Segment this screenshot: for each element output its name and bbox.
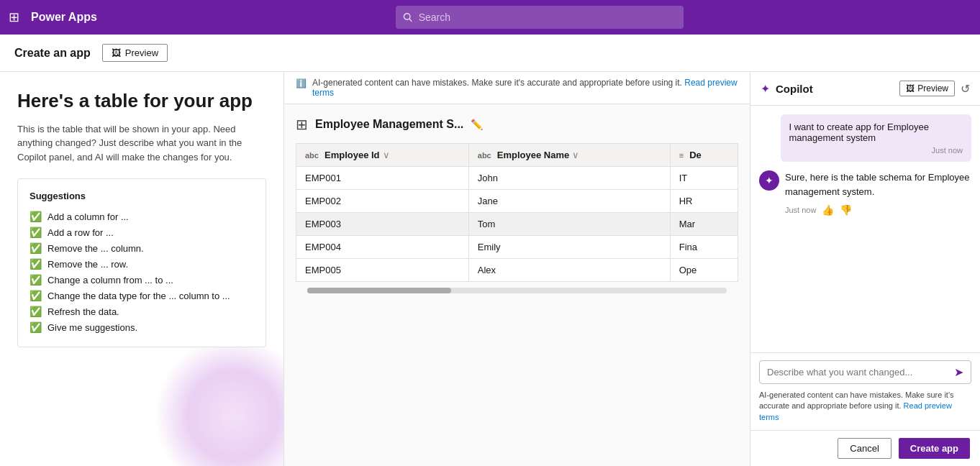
grid-icon[interactable]: ⊞ [9,9,19,25]
ai-avatar: ✦ [759,170,779,191]
send-icon[interactable]: ➤ [954,365,963,379]
subheader: Create an app 🖼 Preview [0,35,980,72]
info-icon: ℹ️ [296,78,307,88]
cell-name: Tom [468,213,670,236]
table-row[interactable]: EMP004 Emily Fina [296,236,738,259]
check-circle-icon: ✅ [30,227,42,238]
topnav: ⊞ Power Apps [0,0,980,35]
search-bar[interactable] [396,6,684,29]
suggestion-item[interactable]: ✅Give me suggestions. [30,319,254,335]
table-container: ⊞ Employee Management S... ✏️ abcEmploye… [284,104,750,466]
copilot-preview-button[interactable]: 🖼 Preview [899,81,955,96]
ai-meta: Just now 👍 👎 [785,203,971,218]
copilot-panel: ✦ Copilot 🖼 Preview ↺ I want to create a… [750,72,980,466]
create-app-button[interactable]: Create app [899,438,970,459]
refresh-icon[interactable]: ↺ [961,82,970,96]
cell-id: EMP005 [296,259,469,282]
cell-id: EMP003 [296,213,469,236]
user-message: I want to create app for Employee manage… [781,114,972,162]
data-table: abcEmployee Id ∨ abcEmployee Name ∨ ≡De … [296,143,738,282]
col-employee-id[interactable]: abcEmployee Id ∨ [296,144,469,167]
check-circle-icon: ✅ [30,242,42,254]
suggestions-list: ✅Add a column for ...✅Add a row for ...✅… [30,209,254,335]
page-title: Create an app [14,47,91,60]
thumbs-down-icon[interactable]: 👎 [840,203,852,218]
suggestions-box: Suggestions ✅Add a column for ...✅Add a … [17,178,266,347]
suggestion-item[interactable]: ✅Change the data type for the ... column… [30,288,254,303]
table-row[interactable]: EMP005 Alex Ope [296,259,738,282]
col-employee-name[interactable]: abcEmployee Name ∨ [468,144,670,167]
ai-warning-banner: ℹ️ AI-generated content can have mistake… [284,72,750,104]
check-circle-icon: ✅ [30,321,42,333]
suggestion-item[interactable]: ✅Remove the ... row. [30,256,254,272]
copilot-ai-warning: AI-generated content can have mistakes. … [759,390,971,423]
table-icon: ⊞ [296,116,308,133]
copilot-star-icon: ✦ [761,82,770,96]
app-title: Power Apps [31,11,97,24]
user-message-timestamp: Just now [789,146,963,155]
table-row[interactable]: EMP002 Jane HR [296,190,738,213]
main-layout: Here's a table for your app This is the … [0,72,980,466]
table-body: EMP001 John IT EMP002 Jane HR EMP003 Tom… [296,167,738,282]
copilot-header: ✦ Copilot 🖼 Preview ↺ [750,72,980,106]
cell-id: EMP004 [296,236,469,259]
cell-name: Emily [468,236,670,259]
center-panel: ℹ️ AI-generated content can have mistake… [284,72,750,466]
cell-dept: Mar [670,213,738,236]
decorative-circle [154,337,284,466]
scrollbar-thumb[interactable] [307,288,451,293]
ai-warning-text: AI-generated content can have mistakes. … [312,78,682,88]
user-message-text: I want to create app for Employee manage… [789,122,963,143]
left-panel-desc: This is the table that will be shown in … [17,122,266,165]
copilot-title: Copilot [776,83,894,95]
ai-response-text: Sure, here is the table schema for Emplo… [785,170,971,198]
check-circle-icon: ✅ [30,258,42,270]
svg-line-1 [409,19,412,21]
edit-icon[interactable]: ✏️ [471,119,483,130]
cell-dept: HR [670,190,738,213]
suggestion-item[interactable]: ✅Change a column from ... to ... [30,272,254,288]
copilot-input-box: ➤ [759,360,971,384]
copilot-input[interactable] [767,367,948,378]
copilot-preview-icon: 🖼 [906,83,915,93]
search-input[interactable] [419,12,677,23]
footer-buttons: Cancel Create app [750,430,980,466]
thumbs-up-icon[interactable]: 👍 [822,203,834,218]
table-name: Employee Management S... [315,118,463,131]
cell-name: John [468,167,670,190]
check-circle-icon: ✅ [30,290,42,301]
cell-name: Alex [468,259,670,282]
cell-id: EMP001 [296,167,469,190]
suggestions-title: Suggestions [30,191,254,201]
table-row[interactable]: EMP003 Tom Mar [296,213,738,236]
suggestion-item[interactable]: ✅Add a row for ... [30,224,254,240]
table-title-row: ⊞ Employee Management S... ✏️ [296,116,738,133]
table-header-row: abcEmployee Id ∨ abcEmployee Name ∨ ≡De [296,144,738,167]
check-circle-icon: ✅ [30,211,42,222]
preview-icon: 🖼 [112,47,121,58]
col-department[interactable]: ≡De [670,144,738,167]
horizontal-scrollbar[interactable] [307,288,727,293]
search-icon [403,12,412,22]
check-circle-icon: ✅ [30,274,42,285]
table-row[interactable]: EMP001 John IT [296,167,738,190]
left-panel: Here's a table for your app This is the … [0,72,284,466]
cell-name: Jane [468,190,670,213]
cell-id: EMP002 [296,190,469,213]
suggestion-item[interactable]: ✅Refresh the data. [30,303,254,319]
left-panel-title: Here's a table for your app [17,89,266,114]
ai-timestamp: Just now [785,204,816,216]
table-head: abcEmployee Id ∨ abcEmployee Name ∨ ≡De [296,144,738,167]
cancel-button[interactable]: Cancel [838,438,891,459]
preview-button[interactable]: 🖼 Preview [102,44,168,62]
copilot-messages: I want to create app for Employee manage… [750,106,980,352]
ai-bubble: Sure, here is the table schema for Emplo… [785,170,971,218]
svg-point-0 [404,14,410,19]
check-circle-icon: ✅ [30,306,42,317]
cell-dept: IT [670,167,738,190]
cell-dept: Fina [670,236,738,259]
suggestion-item[interactable]: ✅Add a column for ... [30,209,254,224]
copilot-input-area: ➤ AI-generated content can have mistakes… [750,352,980,430]
ai-message: ✦ Sure, here is the table schema for Emp… [759,170,971,218]
suggestion-item[interactable]: ✅Remove the ... column. [30,240,254,256]
